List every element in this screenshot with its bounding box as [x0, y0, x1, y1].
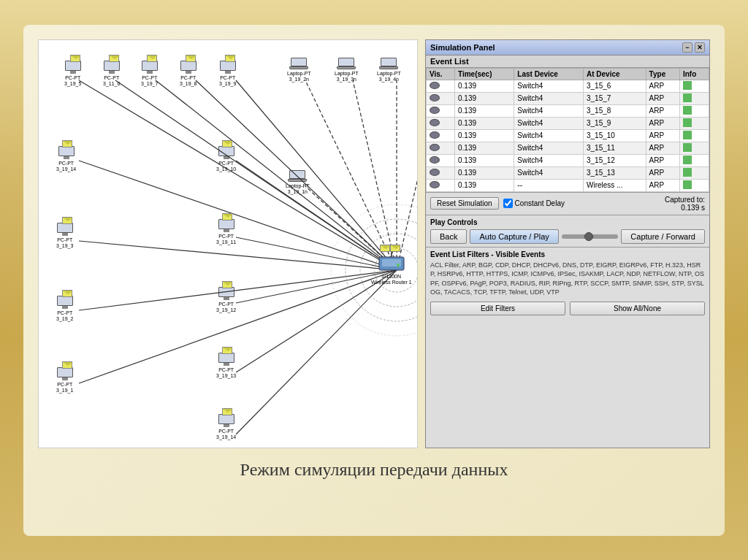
reset-simulation-btn[interactable]: Reset Simulation: [430, 197, 499, 210]
cell-time: 0.139: [454, 92, 514, 104]
cell-last: Switch4: [514, 166, 584, 179]
cell-info: [679, 154, 709, 166]
back-btn[interactable]: Back: [430, 229, 467, 244]
filters-text: ACL Filter, ARP, BGP, CDP, DHCP, DHCPv6,…: [430, 261, 705, 297]
cell-time: 0.139: [454, 142, 514, 154]
svg-line-12: [79, 241, 397, 270]
svg-line-5: [305, 80, 397, 270]
svg-line-3: [196, 80, 397, 270]
cell-vis: [427, 166, 455, 179]
cell-last: Switch4: [514, 117, 584, 129]
cell-time: 0.139: [454, 166, 514, 179]
capture-forward-btn[interactable]: Capture / Forward: [621, 229, 705, 244]
edit-filters-btn[interactable]: Edit Filters: [430, 302, 565, 315]
cell-time: 0.139: [454, 154, 514, 166]
cell-type: ARP: [646, 129, 679, 142]
svg-line-9: [79, 161, 397, 270]
cell-at: Wireless ...: [583, 179, 646, 191]
cell-info: [679, 117, 709, 129]
filters-title: Event List Filters - Visible Events: [430, 250, 705, 258]
table-row[interactable]: 0.139 -- Wireless ... ARP: [427, 179, 709, 191]
svg-point-26: [397, 264, 400, 266]
cell-vis: [427, 117, 455, 129]
cell-time: 0.139: [454, 117, 514, 129]
cell-last: Switch4: [514, 129, 584, 142]
cell-at: 3_15_11: [583, 142, 646, 154]
event-table: Vis. Time(sec) Last Device At Device Typ…: [426, 68, 709, 192]
table-row[interactable]: 0.139 Switch4 3_15_12 ARP: [427, 154, 709, 166]
cell-type: ARP: [646, 92, 679, 104]
cell-info: [679, 179, 709, 191]
sim-panel-title: Simulation Panel − ✕: [426, 40, 709, 55]
cell-last: Switch4: [514, 142, 584, 154]
auto-capture-btn[interactable]: Auto Capture / Play: [470, 229, 558, 244]
cell-info: [679, 92, 709, 104]
cell-type: ARP: [646, 117, 679, 129]
cell-at: 3_15_12: [583, 154, 646, 166]
cell-at: 3_15_7: [583, 92, 646, 104]
svg-line-4: [236, 80, 397, 270]
cell-at: 3_15_13: [583, 166, 646, 179]
svg-line-14: [79, 270, 397, 310]
svg-line-0: [79, 80, 397, 270]
cell-type: ARP: [646, 80, 679, 92]
cell-vis: [427, 154, 455, 166]
cell-vis: [427, 80, 455, 92]
table-row[interactable]: 0.139 Switch4 3_15_9 ARP: [427, 117, 709, 129]
event-list-header: Event List: [426, 55, 709, 68]
table-row[interactable]: 0.139 Switch4 3_15_8 ARP: [427, 104, 709, 117]
table-row[interactable]: 0.139 Switch4 3_15_11 ARP: [427, 142, 709, 154]
svg-line-6: [353, 80, 397, 270]
slide-caption: Режим симуляции передачи данных: [240, 460, 508, 480]
constant-delay-checkbox[interactable]: [503, 199, 513, 208]
cell-last: Switch4: [514, 80, 584, 92]
table-row[interactable]: 0.139 Switch4 3_15_10 ARP: [427, 129, 709, 142]
col-time: Time(sec): [454, 68, 514, 80]
close-btn[interactable]: ✕: [695, 42, 705, 53]
col-info: Info: [679, 68, 709, 80]
filters-section: Event List Filters - Visible Events ACL …: [426, 248, 709, 448]
cell-info: [679, 80, 709, 92]
play-controls-title: Play Controls: [430, 218, 705, 226]
cell-time: 0.139: [454, 104, 514, 117]
event-table-container[interactable]: Vis. Time(sec) Last Device At Device Typ…: [426, 68, 709, 193]
constant-delay-label[interactable]: Constant Delay: [503, 199, 565, 208]
cell-info: [679, 166, 709, 179]
cell-vis: [427, 104, 455, 117]
cell-type: ARP: [646, 154, 679, 166]
cell-last: Switch4: [514, 92, 584, 104]
play-buttons: Back Auto Capture / Play Capture / Forwa…: [430, 229, 705, 244]
filters-buttons: Edit Filters Show All/None: [430, 302, 705, 315]
cell-at: 3_15_6: [583, 80, 646, 92]
device-router: 0/1300NWireless Router 1: [371, 248, 412, 286]
show-all-btn[interactable]: Show All/None: [570, 302, 705, 315]
cell-vis: [427, 92, 455, 104]
slide-container: PC-PT3_19_5 PC-PT3_11_6 PC-PT3_19_7 PC-P…: [23, 25, 725, 536]
play-controls-section: Play Controls Back Auto Capture / Play C…: [426, 215, 709, 248]
cell-vis: [427, 129, 455, 142]
cell-info: [679, 129, 709, 142]
cell-time: 0.139: [454, 129, 514, 142]
cell-info: [679, 104, 709, 117]
svg-line-8: [397, 80, 417, 270]
cell-at: 3_15_9: [583, 117, 646, 129]
cell-at: 3_15_8: [583, 104, 646, 117]
cell-type: ARP: [646, 142, 679, 154]
minimize-btn[interactable]: −: [682, 42, 692, 53]
speed-slider[interactable]: [562, 234, 618, 239]
col-at: At Device: [583, 68, 646, 80]
cell-vis: [427, 142, 455, 154]
controls-row: Reset Simulation Constant Delay Captured…: [426, 193, 709, 215]
table-row[interactable]: 0.139 Switch4 3_15_7 ARP: [427, 92, 709, 104]
main-content: PC-PT3_19_5 PC-PT3_11_6 PC-PT3_19_7 PC-P…: [38, 39, 710, 448]
cell-vis: [427, 179, 455, 191]
col-last: Last Device: [514, 68, 584, 80]
cell-time: 0.139: [454, 80, 514, 92]
table-row[interactable]: 0.139 Switch4 3_15_6 ARP: [427, 80, 709, 92]
cell-last: Switch4: [514, 104, 584, 117]
col-vis: Vis.: [427, 68, 455, 80]
cell-type: ARP: [646, 179, 679, 191]
table-row[interactable]: 0.139 Switch4 3_15_13 ARP: [427, 166, 709, 179]
network-area: PC-PT3_19_5 PC-PT3_11_6 PC-PT3_19_7 PC-P…: [38, 39, 418, 448]
cell-last: Switch4: [514, 154, 584, 166]
